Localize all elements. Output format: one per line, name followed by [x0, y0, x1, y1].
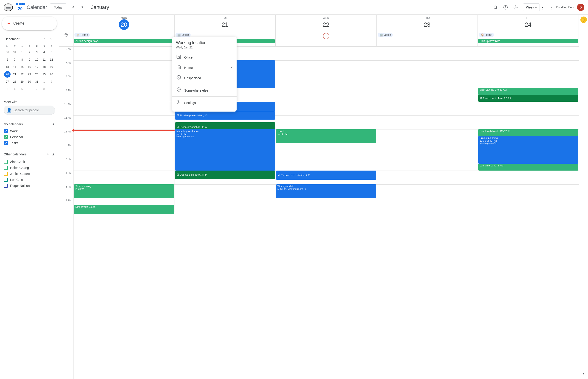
my-calendars-header[interactable]: My calendars ▲ — [4, 120, 55, 128]
popup-item-unspecified[interactable]: Unspecified — [172, 73, 237, 83]
working-location-popup[interactable]: Working location Wed, Jan 22 Office Home… — [172, 37, 237, 111]
event-project-planning[interactable]: Project planning 12:30–2:30 PM Meeting r… — [478, 136, 578, 164]
roger-nelson-checkbox[interactable] — [4, 184, 8, 188]
mini-cal-day[interactable]: 27 — [4, 79, 11, 85]
mini-cal-day[interactable]: 17 — [33, 64, 40, 70]
event-reach-out-tom[interactable]: ☑ Reach out to Tom, 9:30 A — [478, 95, 578, 102]
day-num-21[interactable]: 21 — [220, 19, 230, 30]
location-cell-thu[interactable]: 🏢 Office — [377, 32, 478, 38]
event-marketing-workshop[interactable]: Marketing workshop 12–3 PM Meeting room … — [175, 129, 275, 171]
settings-button[interactable] — [511, 3, 520, 12]
mini-cal-day[interactable]: 4 — [12, 86, 18, 92]
calendar-item-work[interactable]: Work — [4, 128, 55, 134]
mini-cal-day[interactable]: 8 — [19, 56, 25, 63]
event-lunch-noah[interactable]: Lunch with Noah, 12–12:30 — [478, 129, 578, 136]
mini-cal-day[interactable]: 12 — [48, 56, 55, 63]
hamburger-menu[interactable] — [4, 3, 13, 11]
mini-cal-day[interactable]: 8 — [41, 86, 47, 92]
event-weekly-update-wed[interactable]: Weekly update 5–6 PM, Meeting room 2c — [276, 184, 376, 198]
mini-cal-day[interactable]: 7 — [33, 86, 40, 92]
mini-cal-day[interactable]: 14 — [12, 64, 18, 70]
popup-item-home[interactable]: Home ✓ — [172, 63, 237, 73]
lori-cole-checkbox[interactable] — [4, 178, 8, 182]
mini-cal-day[interactable]: 1 — [41, 79, 47, 85]
mini-cal-day[interactable]: 11 — [41, 56, 47, 63]
mini-cal-day[interactable]: 1 — [19, 49, 25, 56]
work-checkbox[interactable] — [4, 129, 8, 133]
calendar-item-tasks[interactable]: Tasks — [4, 140, 55, 146]
create-button[interactable]: + Create — [2, 16, 57, 30]
day-num-23[interactable]: 23 — [422, 19, 432, 30]
mini-cal-day[interactable]: 7 — [12, 56, 18, 63]
avatar[interactable]: D — [577, 4, 584, 11]
mini-cal-day[interactable]: 28 — [12, 79, 18, 85]
mini-cal-day[interactable]: 21 — [12, 71, 18, 78]
event-finalize-presentation[interactable]: ☑ Finalize presentation, 10 — [175, 111, 275, 120]
tasks-checkbox[interactable] — [4, 141, 8, 145]
apps-button[interactable]: ⋮⋮⋮ — [542, 3, 552, 12]
today-button[interactable]: Today — [50, 3, 66, 11]
other-calendars-header[interactable]: Other calendars + ▲ — [4, 150, 55, 159]
event-lori-mike[interactable]: Lori/Mike, 2:30–3 PM — [478, 164, 578, 171]
event-meet-janice[interactable]: Meet Janice, 9–9:30 AM — [478, 88, 578, 95]
mini-cal-day[interactable]: 2 — [48, 79, 55, 85]
expand-button[interactable] — [581, 372, 586, 377]
mini-cal-prev[interactable]: ‹ — [41, 36, 47, 42]
mini-cal-day[interactable]: 25 — [41, 71, 47, 78]
all-day-event-bike[interactable]: Pick up new bike — [478, 39, 578, 43]
mini-cal-day[interactable]: 10 — [33, 56, 40, 63]
mini-cal-day[interactable]: 23 — [26, 71, 33, 78]
mini-cal-day[interactable]: 13 — [4, 64, 11, 70]
mini-cal-day[interactable]: 5 — [19, 86, 25, 92]
event-store-opening[interactable]: Store opening 2–3 PM — [74, 184, 174, 198]
search-people-input[interactable]: 👤 Search for people — [4, 106, 55, 115]
search-button[interactable] — [491, 3, 500, 12]
day-num-20[interactable]: 20 — [119, 19, 129, 30]
calendar-item-lori[interactable]: Lori Cole — [4, 177, 55, 183]
mini-cal-day[interactable]: 5 — [48, 49, 55, 56]
help-button[interactable] — [501, 3, 510, 12]
personal-checkbox[interactable] — [4, 135, 8, 139]
day-num-22[interactable]: 22 — [321, 19, 331, 30]
helen-chang-checkbox[interactable] — [4, 166, 8, 170]
mini-cal-day[interactable]: 31 — [33, 79, 40, 85]
mini-cal-day[interactable]: 2 — [26, 49, 33, 56]
janice-castro-checkbox[interactable] — [4, 172, 8, 176]
mini-cal-day[interactable]: 3 — [33, 49, 40, 56]
day-num-24[interactable]: 24 — [523, 19, 534, 30]
prev-button[interactable]: < — [69, 3, 77, 12]
event-lunch-wed[interactable]: Lunch 12–1 PM — [276, 129, 376, 143]
notification-badge[interactable]: 🔔 — [580, 16, 587, 23]
mini-cal-day-today[interactable]: 20 — [4, 71, 11, 78]
location-cell-mon[interactable]: 🏠 Home — [73, 32, 175, 38]
popup-item-settings[interactable]: Settings — [172, 97, 237, 108]
mini-cal-day[interactable]: 19 — [48, 64, 55, 70]
mini-cal-day[interactable]: 16 — [26, 64, 33, 70]
mini-cal-day[interactable]: 4 — [41, 49, 47, 56]
mini-cal-day[interactable]: 30 — [26, 79, 33, 85]
next-button[interactable]: > — [78, 3, 87, 12]
mini-cal-day[interactable]: 15 — [19, 64, 25, 70]
calendar-item-helen[interactable]: Helen Chang — [4, 165, 55, 171]
mini-cal-day[interactable]: 24 — [33, 71, 40, 78]
mini-cal-day[interactable]: 6 — [4, 56, 11, 63]
event-prepare-presentation-wed[interactable]: ☑ Prepare presentation, 4 P — [276, 171, 376, 180]
alan-cook-checkbox[interactable] — [4, 160, 8, 164]
mini-cal-day[interactable]: 26 — [48, 71, 55, 78]
location-cell-wed[interactable] — [276, 32, 377, 38]
popup-item-office[interactable]: Office — [172, 52, 237, 63]
mini-cal-day[interactable]: 31 — [12, 49, 18, 56]
event-update-slide-deck[interactable]: ☑ Update slide deck, 3 PM — [175, 171, 275, 179]
mini-cal-day[interactable]: 22 — [19, 71, 25, 78]
mini-cal-day[interactable]: 6 — [26, 86, 33, 92]
location-cell-fri[interactable]: 🏠 Home — [478, 32, 579, 38]
mini-cal-day[interactable]: 18 — [41, 64, 47, 70]
calendar-item-janice[interactable]: Janice Castro — [4, 171, 55, 177]
event-dinner-gloria[interactable]: Dinner with Gloria — [74, 205, 174, 214]
mini-cal-day[interactable]: 29 — [19, 79, 25, 85]
mini-cal-day[interactable]: 3 — [4, 86, 11, 92]
calendar-item-roger[interactable]: Roger Nelson — [4, 183, 55, 189]
popup-item-somewhere-else[interactable]: Somewhere else — [172, 85, 237, 95]
add-other-calendar-button[interactable]: + — [45, 152, 50, 157]
mini-cal-day[interactable]: 9 — [48, 86, 55, 92]
